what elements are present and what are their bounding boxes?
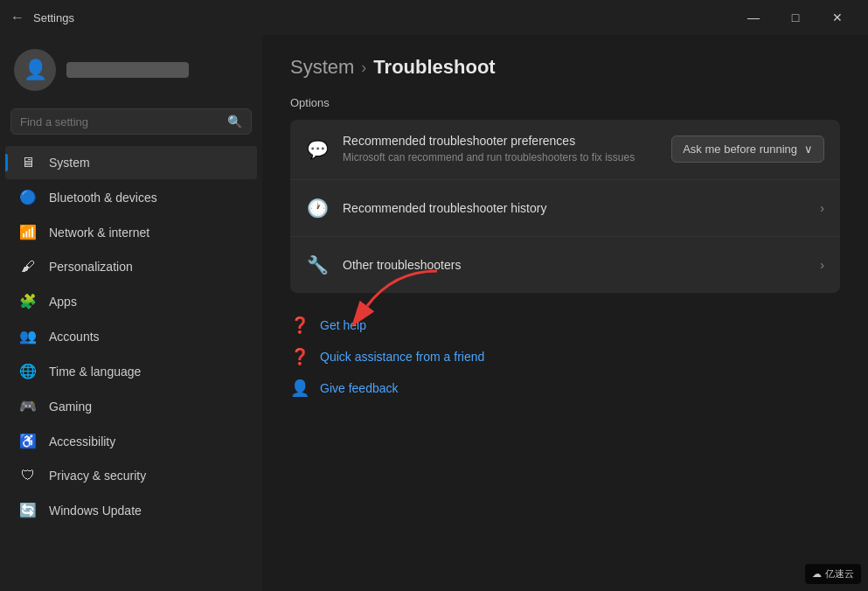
sidebar: 👤 🔍 🖥 System 🔵 Bluetooth & devices 📶 Net… xyxy=(0,35,262,591)
personalization-icon: 🖌 xyxy=(19,259,37,275)
back-button[interactable]: ← xyxy=(10,10,24,25)
content-area: System › Troubleshoot Options 💬 Recommen… xyxy=(262,35,868,421)
dropdown-btn-recommended-prefs[interactable]: Ask me before running ∨ xyxy=(671,136,824,163)
search-input[interactable] xyxy=(20,115,220,129)
sidebar-item-time[interactable]: 🌐 Time & language xyxy=(5,354,257,388)
sidebar-label-gaming: Gaming xyxy=(49,400,92,414)
sidebar-label-system: System xyxy=(49,156,90,170)
username xyxy=(66,62,189,78)
card-row-recommended-history[interactable]: 🕐 Recommended troubleshooter history › xyxy=(290,180,840,236)
card-text-other-troubleshooters: Other troubleshooters xyxy=(343,258,806,272)
card-title-recommended-prefs: Recommended troubleshooter preferences xyxy=(343,134,657,148)
sidebar-label-apps: Apps xyxy=(49,295,77,309)
search-box[interactable]: 🔍 xyxy=(10,108,252,135)
link-icon-get-help: ❓ xyxy=(290,316,309,335)
link-label-give-feedback: Give feedback xyxy=(320,381,399,395)
search-icon: 🔍 xyxy=(227,115,242,129)
dropdown-action-recommended-prefs[interactable]: Ask me before running ∨ xyxy=(671,136,824,163)
cards-container: 💬 Recommended troubleshooter preferences… xyxy=(290,120,840,293)
time-icon: 🌐 xyxy=(19,363,37,379)
sidebar-item-personalization[interactable]: 🖌 Personalization xyxy=(5,250,257,283)
sidebar-item-gaming[interactable]: 🎮 Gaming xyxy=(5,389,257,423)
main-layout: 👤 🔍 🖥 System 🔵 Bluetooth & devices 📶 Net… xyxy=(0,35,868,591)
card-title-other-troubleshooters: Other troubleshooters xyxy=(343,258,806,272)
maximize-button[interactable]: □ xyxy=(775,3,816,31)
link-give-feedback[interactable]: 👤 Give feedback xyxy=(290,377,840,400)
sidebar-item-update[interactable]: 🔄 Windows Update xyxy=(5,493,257,527)
watermark-text: 亿速云 xyxy=(825,567,854,581)
breadcrumb-current: Troubleshoot xyxy=(373,56,495,79)
nav-container: 🖥 System 🔵 Bluetooth & devices 📶 Network… xyxy=(0,145,262,528)
update-icon: 🔄 xyxy=(19,502,37,518)
card-icon-recommended-prefs: 💬 xyxy=(306,139,329,160)
sidebar-item-bluetooth[interactable]: 🔵 Bluetooth & devices xyxy=(5,180,257,214)
sidebar-label-bluetooth: Bluetooth & devices xyxy=(49,191,157,205)
link-icon-quick-assist: ❓ xyxy=(290,347,309,366)
card-row-recommended-prefs[interactable]: 💬 Recommended troubleshooter preferences… xyxy=(290,120,840,179)
card-title-recommended-history: Recommended troubleshooter history xyxy=(343,201,806,215)
system-icon: 🖥 xyxy=(19,155,37,170)
privacy-icon: 🛡 xyxy=(19,468,37,483)
minimize-button[interactable]: — xyxy=(733,3,774,31)
avatar: 👤 xyxy=(14,49,56,91)
link-quick-assist[interactable]: ❓ Quick assistance from a friend xyxy=(290,345,840,368)
chevron-right-icon-recommended-history: › xyxy=(820,201,824,215)
breadcrumb: System › Troubleshoot xyxy=(290,56,840,79)
sidebar-item-apps[interactable]: 🧩 Apps xyxy=(5,284,257,318)
link-get-help[interactable]: ❓ Get help xyxy=(290,314,840,337)
dropdown-label-recommended-prefs: Ask me before running xyxy=(683,143,797,156)
breadcrumb-separator: › xyxy=(361,59,366,77)
network-icon: 📶 xyxy=(19,224,37,240)
sidebar-item-network[interactable]: 📶 Network & internet xyxy=(5,215,257,249)
gaming-icon: 🎮 xyxy=(19,398,37,414)
content-wrapper: System › Troubleshoot Options 💬 Recommen… xyxy=(262,35,868,591)
watermark-icon: ☁ xyxy=(812,568,822,580)
apps-icon: 🧩 xyxy=(19,293,37,309)
sidebar-label-time: Time & language xyxy=(49,365,141,379)
card-icon-recommended-history: 🕐 xyxy=(306,198,329,219)
titlebar-left: ← Settings xyxy=(10,10,74,25)
links-section: ❓ Get help ❓ Quick assistance from a fri… xyxy=(290,314,840,400)
card-icon-other-troubleshooters: 🔧 xyxy=(306,254,329,275)
chevron-right-icon-other-troubleshooters: › xyxy=(820,258,824,272)
sidebar-label-accounts: Accounts xyxy=(49,330,100,344)
card-row-other-troubleshooters[interactable]: 🔧 Other troubleshooters › xyxy=(290,237,840,293)
sidebar-item-system[interactable]: 🖥 System xyxy=(5,146,257,179)
search-wrap: 🔍 xyxy=(0,101,262,145)
card-text-recommended-prefs: Recommended troubleshooter preferences M… xyxy=(343,134,657,165)
sidebar-item-accounts[interactable]: 👥 Accounts xyxy=(5,319,257,353)
watermark: ☁ 亿速云 xyxy=(805,564,861,584)
titlebar-title: Settings xyxy=(33,11,74,24)
accounts-icon: 👥 xyxy=(19,328,37,344)
sidebar-label-update: Windows Update xyxy=(49,504,142,518)
close-button[interactable]: ✕ xyxy=(817,3,858,31)
bluetooth-icon: 🔵 xyxy=(19,189,37,205)
section-label: Options xyxy=(290,96,840,109)
card-subtitle-recommended-prefs: Microsoft can recommend and run troubles… xyxy=(343,150,657,165)
sidebar-item-privacy[interactable]: 🛡 Privacy & security xyxy=(5,459,257,492)
chevron-down-icon: ∨ xyxy=(804,143,813,156)
window-controls: — □ ✕ xyxy=(733,3,858,31)
sidebar-label-privacy: Privacy & security xyxy=(49,469,146,483)
user-area[interactable]: 👤 xyxy=(0,35,262,101)
sidebar-label-personalization: Personalization xyxy=(49,260,133,274)
link-label-quick-assist: Quick assistance from a friend xyxy=(320,350,484,364)
breadcrumb-parent[interactable]: System xyxy=(290,56,354,79)
link-icon-give-feedback: 👤 xyxy=(290,379,309,398)
titlebar: ← Settings — □ ✕ xyxy=(0,0,868,35)
sidebar-label-network: Network & internet xyxy=(49,226,149,240)
accessibility-icon: ♿ xyxy=(19,433,37,449)
sidebar-item-accessibility[interactable]: ♿ Accessibility xyxy=(5,424,257,458)
link-label-get-help: Get help xyxy=(320,318,366,332)
card-text-recommended-history: Recommended troubleshooter history xyxy=(343,201,806,215)
sidebar-label-accessibility: Accessibility xyxy=(49,435,115,448)
